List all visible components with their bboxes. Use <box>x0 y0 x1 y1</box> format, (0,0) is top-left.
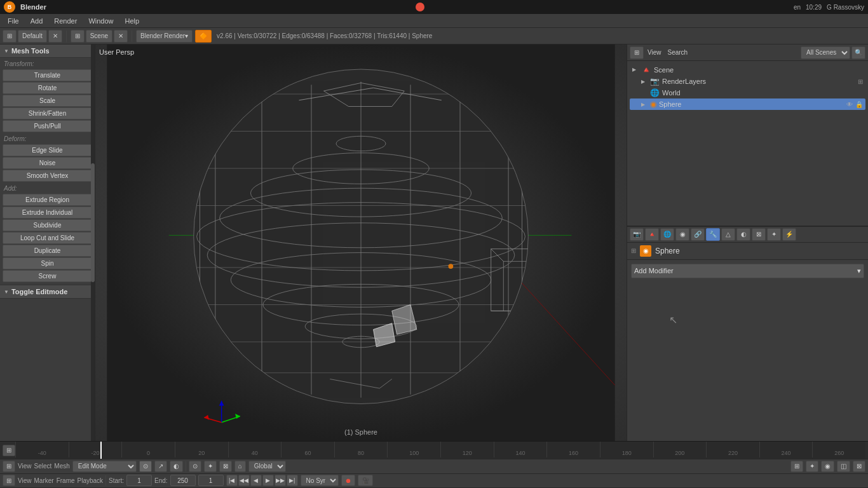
prev-keyframe-btn[interactable]: ◀◀ <box>238 475 250 486</box>
jump-start-btn[interactable]: |◀ <box>226 475 238 486</box>
mesh-menu-label[interactable]: Mesh <box>54 463 69 470</box>
extrude-individual-btn[interactable]: Extrude Individual <box>3 207 92 219</box>
spin-btn[interactable]: Spin <box>3 257 92 269</box>
onion-skin-btn[interactable]: ◫ <box>837 461 850 472</box>
view-type-1-btn[interactable]: ⊞ <box>790 461 803 472</box>
rpanel-top-toolbar: ⊞ View Search All Scenes 🔍 <box>627 44 868 61</box>
prop-modifiers-icon[interactable]: 🔧 <box>706 228 720 241</box>
layout-close-btn[interactable]: ✕ <box>48 30 62 43</box>
prop-constraints-icon[interactable]: 🔗 <box>691 228 705 241</box>
transform-space-select[interactable]: Global Local <box>248 461 286 472</box>
current-frame-input[interactable] <box>198 475 224 486</box>
prop-material-icon[interactable]: ◐ <box>736 228 750 241</box>
translate-btn[interactable]: Translate <box>3 69 92 81</box>
select-menu-label[interactable]: Select <box>34 463 52 470</box>
tick-120: 120 <box>440 442 494 458</box>
prop-object-icon[interactable]: ◉ <box>675 228 689 241</box>
push-pull-btn[interactable]: Push/Pull <box>3 120 92 132</box>
menu-help[interactable]: Help <box>120 16 145 26</box>
edge-slide-btn[interactable]: Edge Slide <box>3 144 92 156</box>
scale-btn[interactable]: Scale <box>3 95 92 107</box>
smooth-vertex-btn[interactable]: Smooth Vertex <box>3 170 92 182</box>
scene-tree: ▶ 🔺 Scene ▶ 📷 RenderLayers ⊞ 🌐 World ▶ ◉ <box>627 61 868 226</box>
scene-close-btn[interactable]: ✕ <box>114 30 128 43</box>
scene-icon-btn[interactable]: ⊞ <box>71 30 85 43</box>
close-button[interactable] <box>416 3 424 11</box>
prev-frame-btn[interactable]: ◀ <box>250 475 262 486</box>
viewport-controls-row: ⊞ View Select Mesh Edit Mode Object Mode… <box>0 459 868 474</box>
prop-data-icon[interactable]: △ <box>721 228 735 241</box>
scenes-dropdown[interactable]: All Scenes <box>801 46 850 59</box>
prop-world-icon[interactable]: 🌐 <box>660 228 674 241</box>
edge-select-btn[interactable]: ↗ <box>154 461 167 472</box>
subdivide-btn[interactable]: Subdivide <box>3 219 92 231</box>
jump-end-btn[interactable]: ▶| <box>287 475 298 486</box>
tree-item-sphere[interactable]: ▶ ◉ Sphere 👁 🔒 <box>630 98 865 110</box>
menu-window[interactable]: Window <box>83 16 118 26</box>
rpanel-view-btn[interactable]: ⊞ <box>630 46 644 59</box>
marker-label[interactable]: Marker <box>34 477 54 484</box>
menu-render[interactable]: Render <box>49 16 82 26</box>
tree-item-renderlayers[interactable]: ▶ 📷 RenderLayers ⊞ <box>630 76 865 87</box>
noise-btn[interactable]: Noise <box>3 157 92 169</box>
toggle-editmode-btn[interactable]: Toggle Editmode <box>0 285 95 299</box>
tree-item-scene[interactable]: ▶ 🔺 Scene <box>630 64 865 76</box>
prop-scene-icon[interactable]: 🔺 <box>645 228 659 241</box>
prop-particles-icon[interactable]: ✦ <box>767 228 781 241</box>
mesh-tools-header[interactable]: Mesh Tools <box>0 44 95 58</box>
view-type-3-btn[interactable]: ◉ <box>821 461 834 472</box>
prop-render-icon[interactable]: 📷 <box>630 228 644 241</box>
playback-label[interactable]: Playback <box>78 477 104 484</box>
viewport-icon-btn[interactable]: ⊞ <box>3 461 15 472</box>
view-label[interactable]: View <box>645 49 664 56</box>
viewport[interactable]: User Persp <box>95 44 627 441</box>
end-frame-input[interactable] <box>170 475 196 486</box>
timeline-icon-btn[interactable]: ⊞ <box>3 445 15 456</box>
proportional-type-btn[interactable]: ⌂ <box>234 461 246 472</box>
camera-btn[interactable]: 🎥 <box>358 475 373 486</box>
face-select-btn[interactable]: ◐ <box>170 461 183 472</box>
duplicate-btn[interactable]: Duplicate <box>3 245 92 257</box>
layout-icon-btn[interactable]: ⊞ <box>3 30 17 43</box>
playback-icon-btn[interactable]: ⊞ <box>3 475 15 486</box>
play-btn[interactable]: ▶ <box>262 475 274 486</box>
start-frame-input[interactable] <box>126 475 152 486</box>
sphere-eye-icon[interactable]: 👁 <box>846 101 853 108</box>
proportional-btn[interactable]: ⊠ <box>219 461 232 472</box>
add-modifier-btn[interactable]: Add Modifier ▾ <box>631 264 864 278</box>
timeline-cursor[interactable] <box>100 442 102 459</box>
edit-mode-select[interactable]: Edit Mode Object Mode <box>72 461 137 472</box>
left-panel-scrollbar-thumb[interactable] <box>91 163 95 282</box>
view-type-2-btn[interactable]: ✦ <box>806 461 818 472</box>
screw-btn[interactable]: Screw <box>3 270 92 282</box>
scene-name-btn[interactable]: Scene <box>86 30 112 43</box>
search-label[interactable]: Search <box>665 49 691 56</box>
sync-mode-select[interactable]: No Sync AV Sync <box>301 475 339 486</box>
timeline-ruler[interactable]: -40 -20 0 20 40 60 80 100 120 140 160 18… <box>15 442 865 459</box>
sphere-lock-icon[interactable]: 🔒 <box>855 101 863 108</box>
rpanel-search-btn[interactable]: 🔍 <box>851 46 865 59</box>
record-btn[interactable]: ⏺ <box>341 475 355 486</box>
vertex-select-btn[interactable]: ⊙ <box>139 461 152 472</box>
prop-texture-icon[interactable]: ⊠ <box>752 228 766 241</box>
snap-magnet-btn[interactable]: ✦ <box>204 461 217 472</box>
menu-file[interactable]: File <box>3 16 24 26</box>
view-2-label[interactable]: View <box>18 477 32 484</box>
blender-icon-btn[interactable]: 🔶 <box>195 30 212 43</box>
view-type-4-btn[interactable]: ⊠ <box>853 461 865 472</box>
extrude-region-btn[interactable]: Extrude Region <box>3 194 92 206</box>
pivot-btn[interactable]: ⊙ <box>189 461 201 472</box>
frame-label[interactable]: Frame <box>57 477 75 484</box>
tree-item-world[interactable]: 🌐 World <box>630 87 865 98</box>
view-menu-label[interactable]: View <box>18 463 32 470</box>
loop-cut-btn[interactable]: Loop Cut and Slide <box>3 232 92 244</box>
prop-physics-icon[interactable]: ⚡ <box>782 228 796 241</box>
rotate-btn[interactable]: Rotate <box>3 82 92 94</box>
menu-add[interactable]: Add <box>25 16 48 26</box>
renderer-select[interactable]: Blender Render ▾ <box>136 30 193 43</box>
left-panel-scrollbar[interactable] <box>91 44 95 441</box>
layout-name-btn[interactable]: Default <box>18 30 47 43</box>
shrink-fatten-btn[interactable]: Shrink/Fatten <box>3 107 92 119</box>
version-info: v2.66 | Verts:0/30722 | Edges:0/63488 | … <box>217 32 432 39</box>
next-frame-btn[interactable]: ▶▶ <box>275 475 286 486</box>
